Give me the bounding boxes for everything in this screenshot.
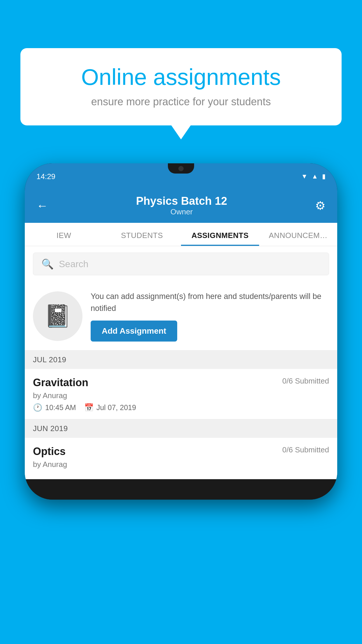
speech-bubble: Online assignments ensure more practice …	[20, 48, 342, 125]
tab-announcements[interactable]: ANNOUNCEM…	[259, 223, 337, 246]
search-icon: 🔍	[41, 258, 54, 270]
assignment-submitted-gravitation: 0/6 Submitted	[282, 377, 329, 386]
assignment-author-optics: by Anurag	[33, 460, 329, 469]
status-icons: ▼ ▲ ▮	[181, 173, 326, 180]
app-header: ← Physics Batch 12 Owner ⚙	[25, 190, 337, 223]
phone-bottom	[25, 479, 337, 500]
promo-description: You can add assignment(s) from here and …	[91, 290, 329, 314]
promo-icon-circle: 📓	[33, 291, 82, 341]
phone-wrapper: 14:29 ▼ ▲ ▮ ← Physics Batch 12 Owner ⚙ I…	[25, 163, 337, 500]
assignment-top-row: Gravitation 0/6 Submitted	[33, 377, 329, 389]
assignment-top-row-optics: Optics 0/6 Submitted	[33, 445, 329, 458]
tab-iew[interactable]: IEW	[25, 223, 103, 246]
assignment-item-gravitation[interactable]: Gravitation 0/6 Submitted by Anurag 🕐 10…	[25, 369, 337, 419]
promo-text-area: You can add assignment(s) from here and …	[91, 290, 329, 342]
calendar-icon: 📅	[84, 403, 94, 412]
assignment-item-optics[interactable]: Optics 0/6 Submitted by Anurag	[25, 438, 337, 479]
camera-dot	[178, 166, 184, 171]
assignment-date-gravitation: Jul 07, 2019	[96, 403, 136, 412]
assignment-time-gravitation: 10:45 AM	[45, 403, 76, 412]
speech-bubble-container: Online assignments ensure more practice …	[20, 48, 342, 125]
promo-block: 📓 You can add assignment(s) from here an…	[25, 282, 337, 351]
assignment-title-gravitation: Gravitation	[33, 377, 88, 389]
status-bar: 14:29 ▼ ▲ ▮	[25, 163, 337, 190]
tabs-bar: IEW STUDENTS ASSIGNMENTS ANNOUNCEM…	[25, 223, 337, 246]
back-button[interactable]: ←	[36, 200, 48, 211]
phone-screen: 🔍 Search 📓 You can add assignment(s) fro…	[25, 246, 337, 479]
assignment-meta-gravitation: 🕐 10:45 AM 📅 Jul 07, 2019	[33, 403, 329, 412]
status-time: 14:29	[36, 172, 181, 181]
notebook-icon: 📓	[44, 303, 71, 329]
tab-assignments[interactable]: ASSIGNMENTS	[181, 223, 259, 246]
phone-notch	[168, 163, 194, 174]
section-header-jun: JUN 2019	[25, 419, 337, 438]
search-placeholder: Search	[59, 259, 88, 270]
tab-students[interactable]: STUDENTS	[103, 223, 181, 246]
search-bar[interactable]: 🔍 Search	[33, 253, 329, 275]
phone-frame: 14:29 ▼ ▲ ▮ ← Physics Batch 12 Owner ⚙ I…	[25, 163, 337, 500]
battery-icon: ▮	[322, 173, 326, 180]
assignment-title-optics: Optics	[33, 445, 66, 458]
bubble-subtitle: ensure more practice for your students	[41, 96, 321, 108]
bubble-title: Online assignments	[41, 64, 321, 90]
meta-date-gravitation: 📅 Jul 07, 2019	[84, 403, 136, 412]
batch-subtitle: Owner	[136, 207, 227, 216]
meta-time-gravitation: 🕐 10:45 AM	[33, 403, 76, 412]
assignment-author-gravitation: by Anurag	[33, 391, 329, 400]
assignment-submitted-optics: 0/6 Submitted	[282, 445, 329, 454]
clock-icon: 🕐	[33, 403, 42, 412]
signal-icon: ▲	[312, 173, 318, 180]
add-assignment-button[interactable]: Add Assignment	[91, 321, 177, 342]
section-header-jul: JUL 2019	[25, 351, 337, 369]
batch-title: Physics Batch 12	[136, 195, 227, 207]
search-container: 🔍 Search	[25, 246, 337, 282]
header-title-area: Physics Batch 12 Owner	[136, 195, 227, 216]
settings-icon[interactable]: ⚙	[315, 199, 326, 212]
wifi-icon: ▼	[301, 173, 307, 180]
